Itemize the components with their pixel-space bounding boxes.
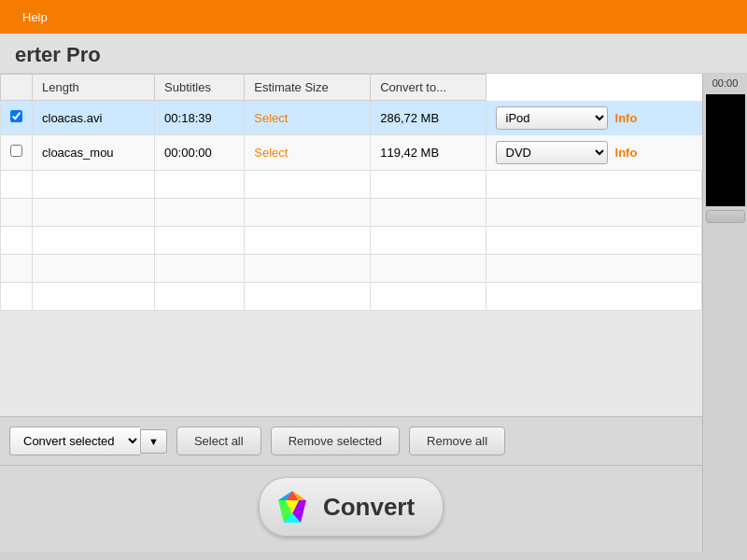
col-subtitles: Subtitles: [155, 75, 245, 101]
table-wrapper: Length Subtitles Estimate Size Convert t…: [0, 74, 702, 416]
table-header-row: Length Subtitles Estimate Size Convert t…: [1, 75, 702, 101]
row-checkbox-1[interactable]: [10, 145, 22, 157]
remove-all-button[interactable]: Remove all: [409, 427, 505, 455]
preview-slider[interactable]: [706, 210, 745, 223]
file-table: Length Subtitles Estimate Size Convert t…: [0, 74, 702, 311]
row-filename: cloacas_mou: [33, 135, 155, 171]
format-select[interactable]: iPodDVDAVIMP4MP3MKVMOV: [496, 141, 608, 164]
remove-selected-button[interactable]: Remove selected: [271, 427, 400, 455]
table-row: cloacas_mou00:00:00Select119,42 MBiPodDV…: [1, 135, 702, 171]
row-length: 00:18:39: [155, 101, 245, 135]
convert-big-label: Convert: [323, 493, 415, 522]
row-checkbox-0[interactable]: [10, 110, 22, 122]
title-bar: erter Pro: [0, 34, 747, 74]
table-row: cloacas.avi00:18:39Select286,72 MBiPodDV…: [1, 101, 702, 135]
convert-area: Convert: [0, 465, 702, 552]
row-subtitles[interactable]: Select: [245, 101, 371, 135]
table-row-empty: [1, 170, 702, 198]
row-subtitles[interactable]: Select: [245, 135, 371, 171]
row-format: iPodDVDAVIMP4MP3MKVMOVInfo: [486, 135, 702, 170]
table-row-empty: [1, 254, 702, 282]
gem-icon: [273, 487, 312, 526]
row-size: 119,42 MB: [371, 135, 486, 171]
action-bar: Convert selected files Convert all files…: [0, 416, 702, 465]
menu-help[interactable]: Help: [9, 5, 61, 30]
col-convert-to: Convert to...: [371, 75, 486, 101]
convert-dropdown-wrap: Convert selected files Convert all files…: [9, 427, 167, 455]
preview-video: [706, 94, 745, 206]
info-link[interactable]: Info: [615, 146, 638, 160]
app-title: erter Pro: [15, 43, 101, 66]
convert-mode-dropdown-btn[interactable]: ▼: [140, 429, 167, 454]
row-size: 286,72 MB: [371, 101, 486, 135]
format-select[interactable]: iPodDVDAVIMP4MP3MKVMOV: [496, 106, 608, 130]
row-filename: cloacas.avi: [33, 101, 155, 135]
col-size: Estimate Size: [245, 75, 371, 101]
col-checkbox: [1, 75, 33, 101]
menu-bar: Help: [0, 0, 747, 34]
info-link[interactable]: Info: [615, 111, 638, 125]
col-length: Length: [33, 75, 155, 101]
row-length: 00:00:00: [155, 135, 245, 171]
table-row-empty: [1, 226, 702, 254]
select-all-button[interactable]: Select all: [176, 427, 261, 455]
subtitles-select-link[interactable]: Select: [254, 111, 288, 125]
right-panel: 00:00: [702, 74, 747, 552]
convert-button[interactable]: Convert: [259, 477, 444, 537]
main-layout: Length Subtitles Estimate Size Convert t…: [0, 74, 747, 552]
preview-time: 00:00: [711, 74, 740, 92]
table-row-empty: [1, 198, 702, 226]
table-row-empty: [1, 282, 702, 310]
row-format: iPodDVDAVIMP4MP3MKVMOVInfo: [486, 101, 702, 135]
subtitles-select-link[interactable]: Select: [254, 146, 288, 160]
left-panel: Length Subtitles Estimate Size Convert t…: [0, 74, 702, 552]
convert-mode-select[interactable]: Convert selected files Convert all files: [9, 427, 140, 455]
